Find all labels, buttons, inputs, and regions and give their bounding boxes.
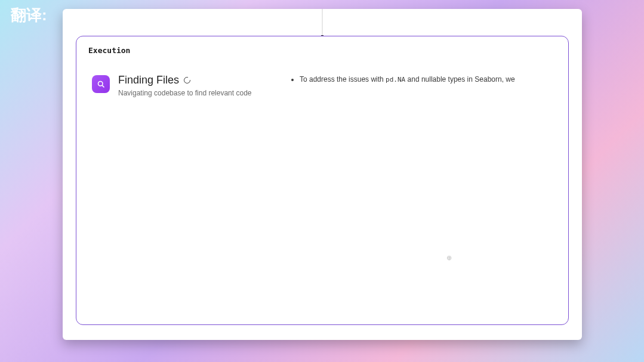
search-icon — [92, 75, 110, 93]
step-info: Finding Files Navigating codebase to fin… — [118, 74, 251, 97]
panel-title: Execution — [88, 46, 556, 55]
svg-point-0 — [98, 81, 103, 86]
bullet-suffix: and nullable types in Seaborn, we — [405, 75, 514, 83]
output-block: To address the issues with pd.NA and nul… — [271, 74, 556, 97]
content-row: Finding Files Navigating codebase to fin… — [88, 74, 556, 97]
step-title-row: Finding Files — [118, 74, 251, 86]
step-subtitle: Navigating codebase to find relevant cod… — [118, 89, 251, 97]
watermark-label: 翻译: — [11, 5, 47, 26]
step-title: Finding Files — [118, 74, 179, 86]
svg-line-1 — [102, 85, 104, 87]
output-bullet: To address the issues with pd.NA and nul… — [300, 74, 556, 85]
top-divider — [322, 9, 323, 36]
spinner-icon — [184, 77, 190, 83]
bullet-prefix: To address the issues with — [300, 75, 386, 83]
output-list: To address the issues with pd.NA and nul… — [289, 74, 556, 85]
execution-panel: Execution Finding Files Navigating codeb… — [76, 36, 569, 325]
tiny-mark: ⊕ — [446, 254, 452, 262]
code-token: pd.NA — [386, 76, 405, 83]
outer-panel: Execution Finding Files Navigating codeb… — [63, 9, 582, 340]
step-block: Finding Files Navigating codebase to fin… — [92, 74, 259, 97]
